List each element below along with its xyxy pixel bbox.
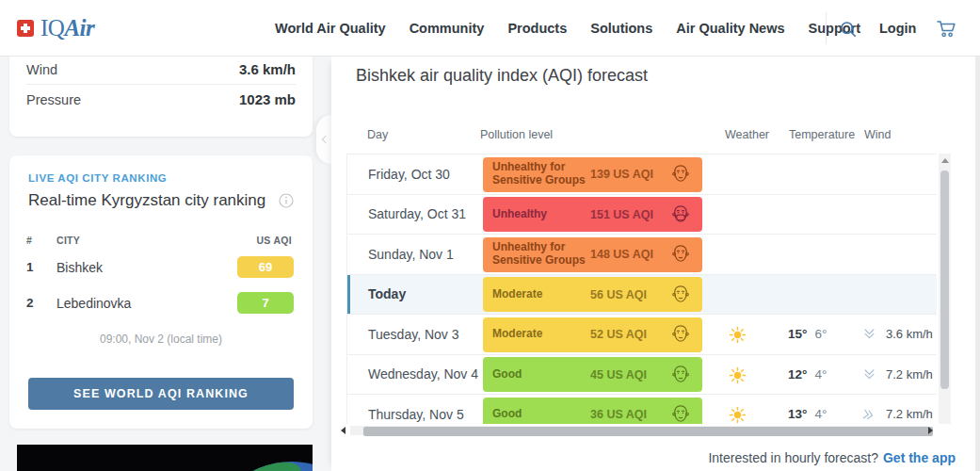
sun-icon <box>728 365 747 385</box>
wind-direction-icon <box>859 404 879 424</box>
city-ranking-card: LIVE AQI CITY RANKING Real-time Kyrgyzst… <box>9 155 313 429</box>
wind-speed: 7.2 km/h <box>886 395 933 424</box>
chevron-left-icon <box>321 136 329 143</box>
pollution-level-label: Unhealthy for Sensitive Groups <box>492 241 590 268</box>
ranking-row-lebedinovka[interactable]: 2 Lebedinovka 7 <box>9 287 313 319</box>
brand-iq: IQ <box>40 15 64 41</box>
forecast-day: Sunday, Nov 1 <box>368 235 454 274</box>
forecast-row-today: Today Moderate 56 US AQI <box>347 275 937 316</box>
scroll-left-arrow-icon[interactable] <box>341 427 345 434</box>
temperature-cell: 13° 4° <box>788 395 827 424</box>
cart-icon[interactable] <box>936 18 956 39</box>
earth-banner-image[interactable] <box>17 445 313 471</box>
page: Wind 3.6 km/h Pressure 1023 mb LIVE AQI … <box>0 0 980 471</box>
iqair-logo[interactable]: IQAir <box>17 17 94 40</box>
pollution-aqi-value: 139 US AQI <box>590 168 653 181</box>
face-icon <box>668 322 693 347</box>
pollution-aqi-value: 45 US AQI <box>590 368 647 382</box>
info-icon[interactable] <box>279 193 294 208</box>
ranking-title-row: Real-time Kyrgyzstan city ranking <box>28 191 294 210</box>
forecast-row: Friday, Oct 30 Unhealthy for Sensitive G… <box>347 154 937 195</box>
face-icon <box>668 162 693 187</box>
horizontal-scrollbar[interactable] <box>339 424 963 436</box>
main-nav: World Air Quality Community Products Sol… <box>275 0 860 57</box>
rank-number: 1 <box>26 260 34 274</box>
temp-high: 12° <box>788 367 807 382</box>
vertical-scrollbar-thumb[interactable] <box>940 171 949 389</box>
see-world-aqi-ranking-button[interactable]: SEE WORLD AQI RANKING <box>28 378 294 410</box>
nav-air-quality-news[interactable]: Air Quality News <box>676 21 784 36</box>
header-divider <box>826 12 827 44</box>
stat-row-wind: Wind 3.6 km/h <box>26 55 296 84</box>
column-header-temperature: Temperature <box>789 128 855 141</box>
face-icon <box>668 242 693 267</box>
col-us-aqi: US AQI <box>256 235 292 246</box>
forecast-day: Tuesday, Nov 3 <box>368 315 459 354</box>
scroll-up-arrow-icon[interactable] <box>941 158 949 163</box>
pollution-level-label: Moderate <box>492 288 590 301</box>
forecast-row: Saturday, Oct 31 Unhealthy 151 US AQI <box>347 195 937 236</box>
sun-icon <box>728 405 747 424</box>
search-icon[interactable] <box>839 20 858 39</box>
nav-community[interactable]: Community <box>410 21 485 36</box>
face-icon <box>668 402 693 424</box>
pollution-aqi-value: 36 US AQI <box>590 408 647 421</box>
temp-low: 4° <box>814 367 827 382</box>
get-the-app-link[interactable]: Get the app <box>883 450 956 465</box>
scroll-right-arrow-icon[interactable] <box>928 427 933 434</box>
sidebar-collapse-handle[interactable] <box>316 115 331 164</box>
face-icon <box>668 363 693 387</box>
globe-image <box>207 462 313 471</box>
nav-products[interactable]: Products <box>507 21 567 36</box>
forecast-day: Wednesday, Nov 4 <box>368 355 478 395</box>
horizontal-scrollbar-track[interactable] <box>350 426 927 435</box>
temperature-cell: 12° 4° <box>788 355 827 395</box>
pollution-aqi-value: 56 US AQI <box>590 288 647 301</box>
aqi-badge: 69 <box>237 256 294 278</box>
stat-label: Pressure <box>26 92 81 107</box>
sun-icon <box>728 325 747 345</box>
ranking-timestamp: 09:00, Nov 2 (local time) <box>9 333 313 346</box>
forecast-day: Friday, Oct 30 <box>368 154 450 194</box>
forecast-table: Friday, Oct 30 Unhealthy for Sensitive G… <box>346 154 937 424</box>
pollution-pill: Unhealthy for Sensitive Groups 148 US AQ… <box>483 237 702 272</box>
page-title: Bishkek air quality index (AQI) forecast <box>356 66 648 86</box>
face-icon <box>668 283 693 307</box>
pollution-level-label: Unhealthy <box>492 208 590 221</box>
column-header-weather: Weather <box>725 128 769 141</box>
globe-land <box>233 462 303 471</box>
forecast-day: Thursday, Nov 5 <box>368 395 464 424</box>
login-button[interactable]: Login <box>879 21 916 36</box>
temp-high: 13° <box>788 407 807 421</box>
wind-direction-icon <box>860 366 878 384</box>
pollution-level-label: Unhealthy for Sensitive Groups <box>492 161 590 187</box>
window-scrollbar[interactable] <box>975 57 980 471</box>
temp-low: 4° <box>814 407 827 421</box>
nav-solutions[interactable]: Solutions <box>590 21 652 36</box>
temp-low: 6° <box>814 327 827 341</box>
ranking-eyebrow: LIVE AQI CITY RANKING <box>28 172 294 184</box>
forecast-row: Tuesday, Nov 3 Moderate 52 US AQI 15° 6°… <box>347 315 937 355</box>
stat-value: 3.6 km/h <box>239 61 296 77</box>
pollution-pill: Moderate 52 US AQI <box>483 317 702 352</box>
pollution-pill: Good 36 US AQI <box>483 398 702 424</box>
column-header-day: Day <box>367 128 388 141</box>
pollution-pill: Moderate 56 US AQI <box>483 277 702 312</box>
column-header-pollution: Pollution level <box>480 128 553 141</box>
hourly-forecast-line: Interested in hourly forecast?Get the ap… <box>708 450 956 465</box>
temperature-cell: 15° 6° <box>788 315 827 354</box>
nav-world-air-quality[interactable]: World Air Quality <box>275 21 386 36</box>
column-header-wind: Wind <box>864 128 891 141</box>
face-mask-icon <box>668 203 693 227</box>
city-name: Lebedinovka <box>56 296 131 311</box>
brand-text: IQAir <box>40 17 94 40</box>
horizontal-scrollbar-thumb[interactable] <box>363 427 933 436</box>
pollution-aqi-value: 148 US AQI <box>590 248 653 261</box>
ranking-row-bishkek[interactable]: 1 Bishkek 69 <box>9 252 313 284</box>
wind-direction-icon <box>860 326 878 344</box>
hourly-question: Interested in hourly forecast? <box>708 450 878 465</box>
vertical-scrollbar[interactable] <box>939 154 951 424</box>
forecast-day: Saturday, Oct 31 <box>368 195 466 235</box>
forecast-day: Today <box>368 275 406 315</box>
main-panel: Bishkek air quality index (AQI) forecast… <box>331 57 980 471</box>
